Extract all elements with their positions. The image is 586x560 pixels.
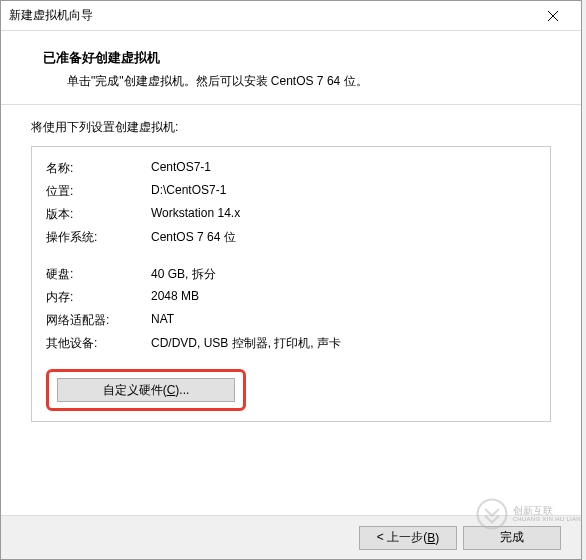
summary-row: 硬盘: 40 GB, 拆分 (46, 263, 536, 286)
svg-point-2 (477, 500, 506, 529)
summary-row: 版本: Workstation 14.x (46, 203, 536, 226)
row-value: 2048 MB (151, 289, 199, 306)
row-label: 其他设备: (46, 335, 151, 352)
back-button[interactable]: < 上一步(B) (359, 526, 457, 550)
window-title: 新建虚拟机向导 (9, 7, 93, 24)
content-area: 将使用下列设置创建虚拟机: 名称: CentOS7-1 位置: D:\CentO… (1, 105, 581, 432)
row-value: NAT (151, 312, 174, 329)
titlebar: 新建虚拟机向导 (1, 1, 581, 31)
intro-text: 将使用下列设置创建虚拟机: (31, 119, 551, 136)
row-value: CD/DVD, USB 控制器, 打印机, 声卡 (151, 335, 341, 352)
watermark-logo-icon (475, 497, 509, 531)
row-label: 硬盘: (46, 266, 151, 283)
summary-row: 内存: 2048 MB (46, 286, 536, 309)
summary-row: 位置: D:\CentOS7-1 (46, 180, 536, 203)
summary-row: 其他设备: CD/DVD, USB 控制器, 打印机, 声卡 (46, 332, 536, 355)
row-value: CentOS 7 64 位 (151, 229, 236, 246)
header-section: 已准备好创建虚拟机 单击"完成"创建虚拟机。然后可以安装 CentOS 7 64… (1, 31, 581, 104)
page-title: 已准备好创建虚拟机 (43, 49, 539, 67)
highlight-annotation: 自定义硬件(C)... (46, 369, 246, 411)
row-value: CentOS7-1 (151, 160, 211, 177)
close-icon (548, 11, 558, 21)
btn-hotkey: B (427, 531, 435, 545)
btn-hotkey: C (167, 383, 176, 397)
row-label: 操作系统: (46, 229, 151, 246)
btn-suffix: ) (435, 531, 439, 545)
customize-hardware-button[interactable]: 自定义硬件(C)... (57, 378, 235, 402)
row-value: 40 GB, 拆分 (151, 266, 216, 283)
row-label: 版本: (46, 206, 151, 223)
watermark-text: 创新互联 CHUANG XIN HU LIAN (513, 505, 581, 523)
btn-suffix: )... (175, 383, 189, 397)
watermark-brand-cn: 创新互联 (513, 505, 581, 516)
row-value: D:\CentOS7-1 (151, 183, 226, 200)
row-label: 名称: (46, 160, 151, 177)
row-label: 内存: (46, 289, 151, 306)
row-label: 网络适配器: (46, 312, 151, 329)
watermark: 创新互联 CHUANG XIN HU LIAN (475, 497, 581, 531)
btn-prefix: < 上一步( (377, 529, 427, 546)
page-subtitle: 单击"完成"创建虚拟机。然后可以安装 CentOS 7 64 位。 (43, 73, 539, 90)
summary-row: 操作系统: CentOS 7 64 位 (46, 226, 536, 249)
spacer (46, 249, 536, 263)
watermark-brand-en: CHUANG XIN HU LIAN (513, 516, 581, 523)
close-button[interactable] (533, 2, 573, 30)
btn-prefix: 自定义硬件( (103, 382, 167, 399)
summary-row: 名称: CentOS7-1 (46, 157, 536, 180)
summary-row: 网络适配器: NAT (46, 309, 536, 332)
row-label: 位置: (46, 183, 151, 200)
wizard-window: 新建虚拟机向导 已准备好创建虚拟机 单击"完成"创建虚拟机。然后可以安装 Cen… (0, 0, 582, 560)
settings-summary-box: 名称: CentOS7-1 位置: D:\CentOS7-1 版本: Works… (31, 146, 551, 422)
row-value: Workstation 14.x (151, 206, 240, 223)
